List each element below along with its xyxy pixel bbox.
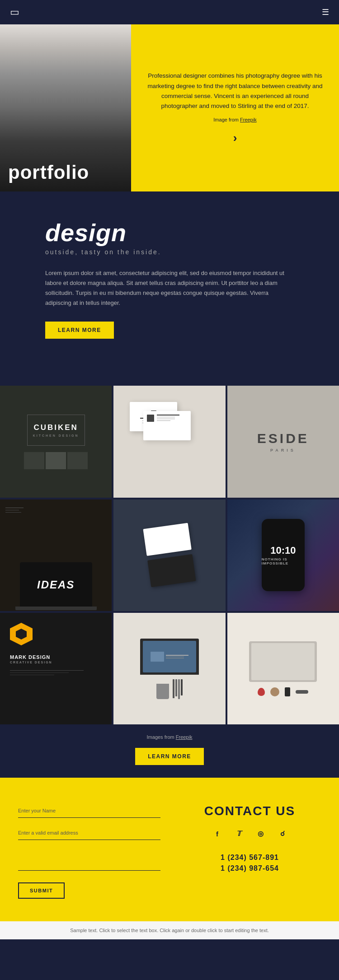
- phone-1: 1 (234) 567-891: [221, 854, 279, 862]
- hero-description: Professional designer combines his photo…: [144, 71, 326, 111]
- contact-us-heading: CONTACT US: [204, 804, 295, 818]
- message-input[interactable]: [18, 848, 160, 871]
- phone-notch: [276, 523, 290, 526]
- email-input[interactable]: [18, 826, 160, 840]
- design-card-name: MARK DESIGN: [10, 654, 50, 660]
- design-subheading: outside, tasty on the inside.: [45, 248, 294, 256]
- footer: Sample text. Click to select the text bo…: [0, 921, 339, 939]
- portfolio-footer: Images from Freepik LEARN MORE: [0, 726, 339, 778]
- vimeo-icon[interactable]: ◎: [254, 826, 268, 841]
- cubiken-brand-name: CUBIKEN: [33, 423, 78, 432]
- portfolio-grid: CUBIKEN KITCHEN DESIGN: [0, 384, 339, 726]
- eside-brand-name: ESIDE: [257, 431, 309, 446]
- grid-item-bizcard[interactable]: [113, 386, 225, 497]
- cubiken-brand-sub: KITCHEN DESIGN: [33, 434, 79, 437]
- portfolio-credit: Images from Freepik: [0, 734, 339, 740]
- contact-phones: 1 (234) 567-891 1 (234) 987-654: [221, 854, 279, 873]
- logo-icon[interactable]: ▭: [10, 6, 19, 18]
- twitter-icon[interactable]: 𝕋: [232, 826, 246, 841]
- hero-photo: portfolio: [0, 24, 131, 191]
- portfolio-grid-section: CUBIKEN KITCHEN DESIGN: [0, 366, 339, 778]
- hero-arrow: ›: [144, 130, 326, 147]
- contact-form: SUBMIT: [18, 800, 160, 899]
- phone-date: NOTHING IS IMPOSSIBLE: [262, 557, 305, 565]
- phone-2: 1 (234) 987-654: [221, 864, 279, 873]
- design-card-sub: CREATIVE DESIGN: [10, 661, 52, 664]
- hero-next-button[interactable]: ›: [226, 130, 244, 147]
- contact-section: SUBMIT CONTACT US f 𝕋 ◎ ☌ 1 (234) 567-89…: [0, 778, 339, 921]
- social-icons: f 𝕋 ◎ ☌: [210, 826, 290, 841]
- grid-item-design-card[interactable]: MARK DESIGN CREATIVE DESIGN: [0, 613, 112, 724]
- hero-title: portfolio: [8, 162, 89, 183]
- portfolio-learn-more-button[interactable]: LEARN MORE: [135, 748, 204, 765]
- hero-image-wrapper: portfolio: [0, 24, 131, 191]
- hero-text-col: Professional designer combines his photo…: [131, 24, 339, 191]
- freepik-link[interactable]: Freepik: [240, 117, 257, 122]
- ideas-text: IDEAS: [37, 579, 75, 591]
- phone-time: 10:10: [270, 545, 296, 556]
- design-card-hex: [10, 623, 33, 645]
- menu-icon[interactable]: ☰: [322, 7, 329, 17]
- header: ▭ ☰: [0, 0, 339, 24]
- name-input[interactable]: [18, 804, 160, 818]
- hero-image-credit: Image from Freepik: [144, 117, 326, 122]
- contact-info: CONTACT US f 𝕋 ◎ ☌ 1 (234) 567-891 1 (23…: [179, 800, 321, 899]
- learn-more-button[interactable]: LEARN MORE: [45, 322, 114, 339]
- footer-note: Sample text. Click to select the text bo…: [70, 928, 269, 933]
- hero-photo-overlay: portfolio: [0, 157, 131, 191]
- grid-item-cubiken[interactable]: CUBIKEN KITCHEN DESIGN: [0, 386, 112, 497]
- instagram-icon[interactable]: ☌: [275, 826, 290, 841]
- hero-section: portfolio Professional designer combines…: [0, 24, 339, 191]
- grid-item-phone[interactable]: 10:10 NOTHING IS IMPOSSIBLE: [227, 499, 339, 611]
- eside-brand-sub: PARIS: [270, 448, 296, 453]
- design-section: design outside, tasty on the inside. Lor…: [0, 191, 339, 366]
- grid-item-ideas[interactable]: IDEAS: [0, 499, 112, 611]
- grid-item-eside[interactable]: ESIDE PARIS: [227, 386, 339, 497]
- design-body: Lorem ipsum dolor sit amet, consectetur …: [45, 268, 294, 308]
- portfolio-freepik-link[interactable]: Freepik: [176, 734, 193, 740]
- design-heading: design: [45, 219, 294, 247]
- grid-item-stationery[interactable]: [113, 613, 225, 724]
- grid-item-bizcard2[interactable]: [113, 499, 225, 611]
- facebook-icon[interactable]: f: [210, 826, 225, 841]
- phone-mockup: 10:10 NOTHING IS IMPOSSIBLE: [262, 519, 305, 591]
- submit-button[interactable]: SUBMIT: [18, 882, 65, 899]
- grid-item-workspace[interactable]: [227, 613, 339, 724]
